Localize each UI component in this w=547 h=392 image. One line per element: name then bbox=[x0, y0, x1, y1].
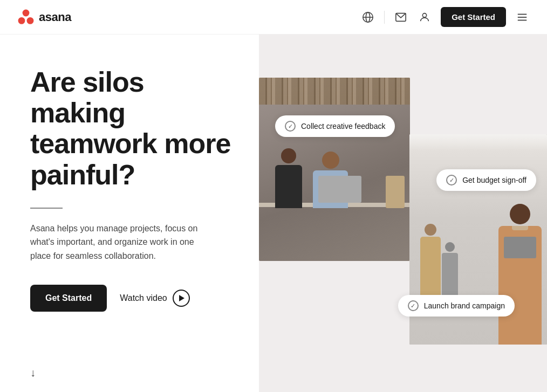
globe-icon[interactable] bbox=[360, 10, 375, 25]
task-chip-collect: ✓ Collect creative feedback bbox=[275, 115, 395, 137]
nav-divider bbox=[384, 11, 385, 24]
svg-point-7 bbox=[422, 13, 426, 17]
hero-headline: Are silos making teamwork more painful? bbox=[30, 67, 237, 190]
scroll-down-icon[interactable]: ↓ bbox=[30, 367, 36, 379]
hero-description: Asana helps you manage projects, focus o… bbox=[30, 222, 214, 263]
hero-get-started-button[interactable]: Get Started bbox=[30, 285, 107, 312]
watch-video-button[interactable]: Watch video bbox=[120, 290, 189, 307]
svg-point-0 bbox=[23, 9, 30, 16]
logo[interactable]: asana bbox=[17, 9, 71, 26]
nav-right: Get Started bbox=[360, 7, 530, 27]
divider bbox=[30, 208, 63, 209]
chip-budget-label: Get budget sign-off bbox=[462, 176, 527, 184]
check-icon-launch: ✓ bbox=[408, 300, 419, 311]
right-content: ✓ Collect creative feedback ✓ Get budget… bbox=[259, 35, 547, 392]
cta-group: Get Started Watch video bbox=[30, 285, 237, 312]
asana-logo-icon bbox=[17, 9, 35, 26]
mail-icon[interactable] bbox=[393, 10, 408, 25]
user-icon[interactable] bbox=[417, 10, 432, 25]
nav-get-started-button[interactable]: Get Started bbox=[441, 7, 506, 27]
main-container: Are silos making teamwork more painful? … bbox=[0, 35, 547, 392]
svg-point-1 bbox=[18, 17, 25, 24]
check-icon-budget: ✓ bbox=[446, 175, 457, 185]
hero-image-left bbox=[259, 78, 410, 261]
left-content: Are silos making teamwork more painful? … bbox=[0, 35, 259, 392]
play-triangle-icon bbox=[179, 295, 184, 301]
check-icon-collect: ✓ bbox=[285, 121, 296, 132]
hamburger-icon[interactable] bbox=[515, 10, 530, 25]
chip-launch-label: Launch brand campaign bbox=[424, 301, 505, 310]
svg-point-2 bbox=[27, 17, 34, 24]
chip-collect-label: Collect creative feedback bbox=[301, 122, 385, 130]
task-chip-budget: ✓ Get budget sign-off bbox=[436, 169, 536, 191]
navbar: asana Get Started bbox=[0, 0, 547, 35]
bookshelf-decoration bbox=[259, 78, 410, 105]
watch-video-label: Watch video bbox=[120, 293, 167, 303]
logo-text: asana bbox=[39, 10, 71, 24]
task-chip-launch: ✓ Launch brand campaign bbox=[398, 295, 515, 317]
play-icon-circle bbox=[173, 290, 190, 307]
